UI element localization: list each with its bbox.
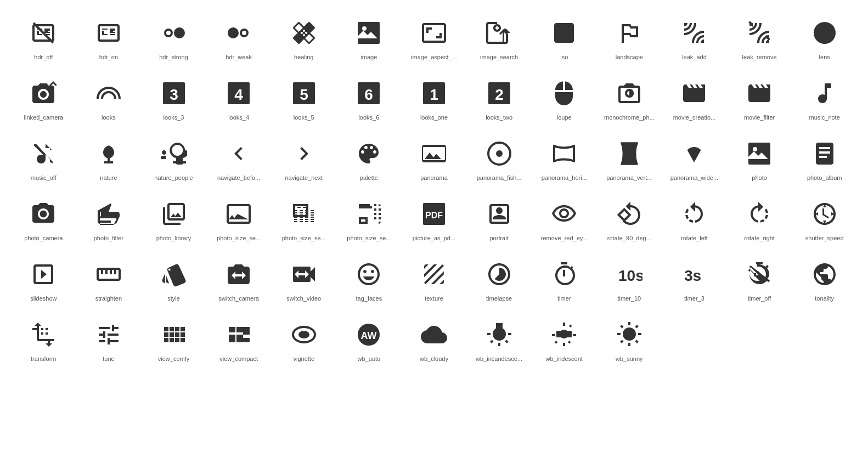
icon-slideshow[interactable]: slideshow <box>11 252 76 307</box>
svg-text:2: 2 <box>495 86 504 103</box>
svg-text:10s: 10s <box>618 267 642 284</box>
icon-palette[interactable]: palette <box>336 132 402 187</box>
icon-texture[interactable]: texture <box>402 252 467 307</box>
icon-looks[interactable]: looks <box>76 71 142 126</box>
icon-leak-remove[interactable]: leak_remove <box>727 11 792 66</box>
icon-wb-incandescent[interactable]: wb_incandesce... <box>466 313 532 368</box>
icon-portrait[interactable]: portrait <box>466 192 532 247</box>
icon-wb-cloudy[interactable]: wb_cloudy <box>402 313 467 368</box>
icon-switch-camera[interactable]: switch_camera <box>206 252 272 307</box>
icon-tune[interactable]: tune <box>76 313 142 368</box>
icon-photo-camera[interactable]: photo_camera <box>11 192 76 247</box>
icon-shutter-speed[interactable]: shutter_speed <box>792 192 857 247</box>
icon-nature-people[interactable]: nature_people <box>141 132 206 187</box>
icon-timer-off[interactable]: timer_off <box>727 252 792 307</box>
svg-point-6 <box>362 26 367 31</box>
icon-timer-3[interactable]: 3s timer_3 <box>662 252 727 307</box>
svg-text:1: 1 <box>430 86 438 103</box>
icon-rotate-right[interactable]: rotate_right <box>727 192 792 247</box>
icon-iso[interactable]: iso <box>532 11 597 66</box>
icon-photo-album[interactable]: photo_album <box>792 132 857 187</box>
icon-photo-size-select-large[interactable]: photo_size_se... <box>271 192 336 247</box>
icon-tonality[interactable]: tonality <box>792 252 857 307</box>
icon-hdr-weak[interactable]: hdr_weak <box>206 11 272 66</box>
svg-text:AW: AW <box>361 330 377 341</box>
icon-style[interactable]: style <box>141 252 206 307</box>
icon-panorama-wide-angle[interactable]: panorama_wide... <box>662 132 727 187</box>
icon-photo-filter[interactable]: photo_filter <box>76 192 142 247</box>
icon-wb-sunny[interactable]: wb_sunny <box>597 313 662 368</box>
icon-remove-red-eye[interactable]: remove_red_ey... <box>532 192 597 247</box>
icon-rotate-left[interactable]: rotate_left <box>662 192 727 247</box>
svg-point-3 <box>228 27 239 38</box>
icon-landscape[interactable]: landscape <box>597 11 662 66</box>
icon-view-comfy[interactable]: view_comfy <box>141 313 206 368</box>
icon-timelapse[interactable]: timelapse <box>466 252 532 307</box>
icon-wb-auto[interactable]: AW wb_auto <box>336 313 402 368</box>
icon-image-aspect-ratio[interactable]: image_aspect_... <box>402 11 467 66</box>
svg-text:3s: 3s <box>684 267 701 284</box>
svg-point-2 <box>165 30 172 36</box>
icon-timer-10[interactable]: 10s timer_10 <box>597 252 662 307</box>
icon-rotate-90-degrees[interactable]: rotate_90_deg... <box>597 192 662 247</box>
svg-point-4 <box>241 30 247 36</box>
icon-looks-6[interactable]: 6 looks_6 <box>336 71 402 126</box>
icon-grid: hdr_off hdr_on hdr_strong hdr_weak heali… <box>11 11 857 368</box>
icon-hdr-off[interactable]: hdr_off <box>11 11 76 66</box>
icon-navigate-next[interactable]: navigate_next <box>271 132 336 187</box>
svg-text:6: 6 <box>365 86 374 103</box>
icon-looks-3[interactable]: 3 looks_3 <box>141 71 206 126</box>
icon-healing[interactable]: healing <box>271 11 336 66</box>
icon-looks-4[interactable]: 4 looks_4 <box>206 71 272 126</box>
svg-point-21 <box>496 150 503 157</box>
icon-image-search[interactable]: image_search <box>466 11 532 66</box>
svg-point-1 <box>174 27 185 38</box>
icon-wb-iridescent[interactable]: wb_iridescent <box>532 313 597 368</box>
icon-picture-as-pdf[interactable]: PDF picture_as_pd... <box>402 192 467 247</box>
svg-point-30 <box>298 331 309 338</box>
icon-photo-size-select-actual[interactable]: photo_size_se... <box>206 192 272 247</box>
icon-lens[interactable]: lens <box>792 11 857 66</box>
icon-photo-library[interactable]: photo_library <box>141 192 206 247</box>
icon-hdr-strong[interactable]: hdr_strong <box>141 11 206 66</box>
svg-text:PDF: PDF <box>425 211 443 220</box>
icon-movie-filter[interactable]: movie_filter <box>727 71 792 126</box>
icon-panorama-fisheye[interactable]: panorama_fish... <box>466 132 532 187</box>
svg-point-23 <box>753 147 757 151</box>
icon-looks-two[interactable]: 2 looks_two <box>466 71 532 126</box>
icon-music-off[interactable]: music_off <box>11 132 76 187</box>
icon-timer[interactable]: timer <box>532 252 597 307</box>
icon-nature[interactable]: nature <box>76 132 142 187</box>
icon-panorama-vertical[interactable]: panorama_vert... <box>597 132 662 187</box>
icon-movie-creation[interactable]: movie_creatio... <box>662 71 727 126</box>
icon-vignette[interactable]: vignette <box>271 313 336 368</box>
svg-text:3: 3 <box>170 86 178 103</box>
icon-looks-one[interactable]: 1 looks_one <box>402 71 467 126</box>
icon-image[interactable]: image <box>336 11 402 66</box>
icon-music-note[interactable]: music_note <box>792 71 857 126</box>
icon-leak-add[interactable]: leak_add <box>662 11 727 66</box>
icon-loupe[interactable]: loupe <box>532 71 597 126</box>
svg-text:5: 5 <box>300 86 308 103</box>
icon-navigate-before[interactable]: navigate_befo... <box>206 132 272 187</box>
icon-photo-size-select-small[interactable]: photo_size_se... <box>336 192 402 247</box>
icon-looks-5[interactable]: 5 looks_5 <box>271 71 336 126</box>
icon-monochrome-photo[interactable]: monochrome_ph... <box>597 71 662 126</box>
icon-switch-video[interactable]: switch_video <box>271 252 336 307</box>
icon-photo[interactable]: photo <box>727 132 792 187</box>
icon-view-compact[interactable]: view_compact <box>206 313 272 368</box>
icon-straighten[interactable]: straighten <box>76 252 142 307</box>
icon-transform[interactable]: transform <box>11 313 76 368</box>
icon-tag-faces[interactable]: tag_faces <box>336 252 402 307</box>
icon-panorama-horizontal[interactable]: panorama_hori... <box>532 132 597 187</box>
icon-hdr-on[interactable]: hdr_on <box>76 11 142 66</box>
icon-panorama[interactable]: panorama <box>402 132 467 187</box>
svg-text:4: 4 <box>234 86 243 103</box>
svg-point-7 <box>814 22 836 44</box>
icon-linked-camera[interactable]: linked_camera <box>11 71 76 126</box>
